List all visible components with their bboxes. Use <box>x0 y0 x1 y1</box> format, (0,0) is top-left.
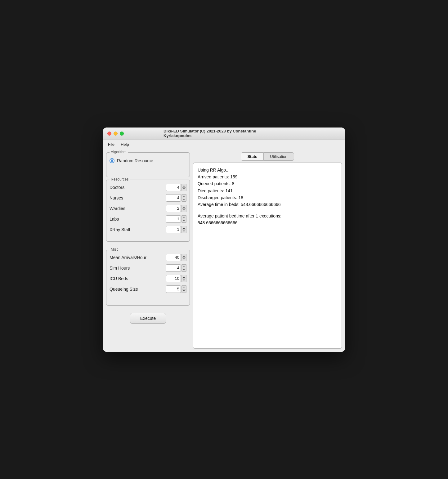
wardies-spinner: ▲ ▼ <box>166 205 186 212</box>
wardies-spinner-buttons: ▲ ▼ <box>181 205 186 212</box>
minimize-button[interactable] <box>114 132 118 136</box>
queueing-size-input[interactable] <box>166 285 181 293</box>
misc-group-title: Misc <box>110 247 120 252</box>
menubar: File Help <box>103 140 345 149</box>
right-panel: Stats Utilisation Using RR Algo... Arriv… <box>193 152 342 349</box>
mean-arrivals-spinner: ▲ ▼ <box>166 254 186 261</box>
nurses-spinner: ▲ ▼ <box>166 194 186 202</box>
mean-arrivals-input[interactable] <box>166 254 181 261</box>
mean-arrivals-increment[interactable]: ▲ <box>181 254 186 257</box>
tab-stats[interactable]: Stats <box>241 152 264 161</box>
radio-dot <box>111 159 113 162</box>
labs-row: Labs ▲ ▼ <box>110 215 186 223</box>
icu-beds-spinner-buttons: ▲ ▼ <box>181 275 186 282</box>
wardies-decrement[interactable]: ▼ <box>181 208 186 212</box>
execute-container: Execute <box>106 308 190 326</box>
nurses-input[interactable] <box>166 194 181 202</box>
output-line-4: Discharged patients: 18 <box>198 194 337 201</box>
nurses-label: Nurses <box>110 195 166 200</box>
output-line-3: Died patients: 141 <box>198 187 337 194</box>
queueing-size-spinner: ▲ ▼ <box>166 285 186 293</box>
output-box: Using RR Algo... Arrived patients: 159 Q… <box>193 163 342 349</box>
main-window: Dike-ED Simulator (C) 2021-2023 by Const… <box>103 128 345 352</box>
doctors-spinner-buttons: ▲ ▼ <box>181 184 186 191</box>
tabs-bar: Stats Utilisation <box>193 152 342 161</box>
xray-row: XRay Staff ▲ ▼ <box>110 226 186 233</box>
left-panel: Algorithm Random Resource Resources Doct… <box>106 152 190 349</box>
xray-decrement[interactable]: ▼ <box>181 230 186 233</box>
title-bar: Dike-ED Simulator (C) 2021-2023 by Const… <box>103 128 345 140</box>
wardies-label: Wardies <box>110 206 166 211</box>
icu-beds-decrement[interactable]: ▼ <box>181 279 186 282</box>
doctors-input[interactable] <box>166 184 181 191</box>
window-title: Dike-ED Simulator (C) 2021-2023 by Const… <box>164 129 284 138</box>
traffic-lights <box>107 132 124 136</box>
queueing-size-increment[interactable]: ▲ <box>181 285 186 289</box>
resources-group: Resources Doctors ▲ ▼ Nurses <box>106 180 190 242</box>
resources-group-title: Resources <box>110 177 130 181</box>
icu-beds-spinner: ▲ ▼ <box>166 275 186 282</box>
random-resource-label: Random Resource <box>117 158 153 163</box>
labs-increment[interactable]: ▲ <box>181 215 186 219</box>
wardies-increment[interactable]: ▲ <box>181 205 186 208</box>
doctors-row: Doctors ▲ ▼ <box>110 184 186 191</box>
radio-button-random-resource[interactable] <box>110 158 114 163</box>
icu-beds-label: ICU Beds <box>110 276 166 281</box>
queueing-size-label: Queueing Size <box>110 287 166 292</box>
spacer1 <box>106 244 190 247</box>
nurses-row: Nurses ▲ ▼ <box>110 194 186 202</box>
sim-hours-decrement[interactable]: ▼ <box>181 268 186 272</box>
xray-spinner-buttons: ▲ ▼ <box>181 226 186 233</box>
output-line-1: Arrived patients: 159 <box>198 173 337 180</box>
sim-hours-input[interactable] <box>166 264 181 272</box>
sim-hours-spinner: ▲ ▼ <box>166 264 186 272</box>
nurses-spinner-buttons: ▲ ▼ <box>181 194 186 202</box>
random-resource-option[interactable]: Random Resource <box>110 158 186 163</box>
wardies-input[interactable] <box>166 205 181 212</box>
mean-arrivals-row: Mean Arrivals/Hour ▲ ▼ <box>110 254 186 261</box>
maximize-button[interactable] <box>120 132 124 136</box>
file-menu[interactable]: File <box>105 141 117 147</box>
close-button[interactable] <box>107 132 111 136</box>
doctors-label: Doctors <box>110 185 166 190</box>
execute-button[interactable]: Execute <box>130 313 166 324</box>
output-line-8: 548.6666666666666 <box>198 219 337 226</box>
queueing-size-decrement[interactable]: ▼ <box>181 289 186 293</box>
labs-decrement[interactable]: ▼ <box>181 219 186 223</box>
output-line-0: Using RR Algo... <box>198 167 337 173</box>
tab-utilisation[interactable]: Utilisation <box>264 152 294 161</box>
icu-beds-increment[interactable]: ▲ <box>181 275 186 279</box>
doctors-spinner: ▲ ▼ <box>166 184 186 191</box>
main-content: Algorithm Random Resource Resources Doct… <box>103 149 345 352</box>
sim-hours-increment[interactable]: ▲ <box>181 264 186 268</box>
help-menu[interactable]: Help <box>118 141 132 147</box>
output-blank <box>198 208 337 213</box>
labs-input[interactable] <box>166 215 181 223</box>
icu-beds-input[interactable] <box>166 275 181 282</box>
sim-hours-row: Sim Hours ▲ ▼ <box>110 264 186 272</box>
wardies-row: Wardies ▲ ▼ <box>110 205 186 212</box>
algorithm-group-title: Algorithm <box>110 150 128 154</box>
doctors-increment[interactable]: ▲ <box>181 184 186 187</box>
labs-spinner-buttons: ▲ ▼ <box>181 215 186 223</box>
sim-hours-label: Sim Hours <box>110 266 166 271</box>
mean-arrivals-decrement[interactable]: ▼ <box>181 257 186 261</box>
sim-hours-spinner-buttons: ▲ ▼ <box>181 264 186 272</box>
xray-increment[interactable]: ▲ <box>181 226 186 230</box>
nurses-increment[interactable]: ▲ <box>181 194 186 198</box>
misc-group: Misc Mean Arrivals/Hour ▲ ▼ Sim Hours <box>106 250 190 306</box>
queueing-size-row: Queueing Size ▲ ▼ <box>110 285 186 293</box>
xray-input[interactable] <box>166 226 181 233</box>
xray-spinner: ▲ ▼ <box>166 226 186 233</box>
xray-label: XRay Staff <box>110 227 166 232</box>
algorithm-group: Algorithm Random Resource <box>106 152 190 177</box>
labs-spinner: ▲ ▼ <box>166 215 186 223</box>
nurses-decrement[interactable]: ▼ <box>181 198 186 202</box>
output-line-2: Queued patients: 8 <box>198 180 337 187</box>
mean-arrivals-label: Mean Arrivals/Hour <box>110 255 166 260</box>
icu-beds-row: ICU Beds ▲ ▼ <box>110 275 186 282</box>
output-line-5: Average time in beds: 548.6666666666666 <box>198 201 337 208</box>
mean-arrivals-spinner-buttons: ▲ ▼ <box>181 254 186 261</box>
queueing-size-spinner-buttons: ▲ ▼ <box>181 285 186 293</box>
doctors-decrement[interactable]: ▼ <box>181 187 186 191</box>
